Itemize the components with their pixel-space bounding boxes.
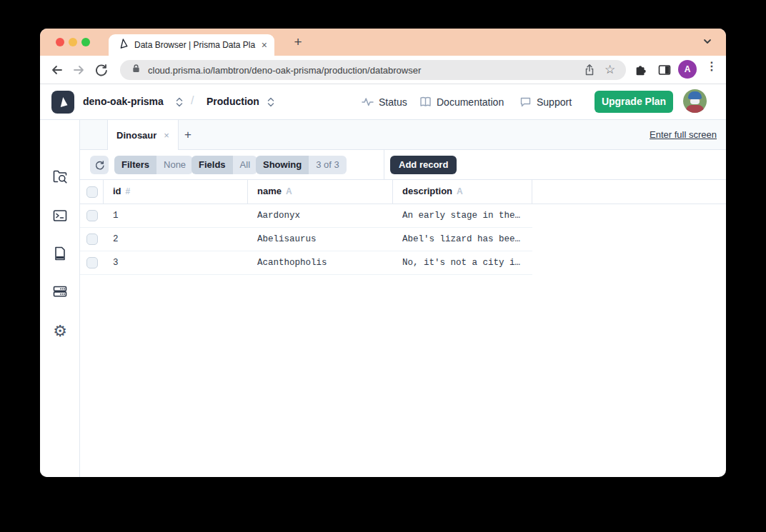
cell-name[interactable]: Abelisaurus	[257, 234, 317, 244]
environment-selector-chevrons-icon[interactable]	[267, 96, 275, 108]
filters-control[interactable]: Filters None	[114, 156, 193, 174]
close-window-button[interactable]	[56, 38, 64, 46]
fields-value: All	[233, 156, 257, 174]
side-panel-icon[interactable]	[657, 63, 672, 77]
url-bar[interactable]: cloud.prisma.io/lambtron/deno-oak-prisma…	[120, 60, 626, 80]
enter-fullscreen-link[interactable]: Enter full screen	[650, 129, 717, 140]
minimize-window-button[interactable]	[69, 38, 77, 46]
tab-close-icon[interactable]: ×	[260, 40, 269, 50]
zoom-window-button[interactable]	[81, 38, 90, 46]
url-text: cloud.prisma.io/lambtron/deno-oak-prisma…	[148, 65, 574, 76]
cell-id[interactable]: 3	[113, 258, 119, 268]
cell-id[interactable]: 2	[113, 234, 119, 244]
extensions-puzzle-icon[interactable]	[634, 63, 648, 77]
column-name: description	[402, 186, 452, 196]
support-link[interactable]: Support	[519, 96, 572, 108]
prisma-logo[interactable]	[51, 91, 74, 114]
column-header-description[interactable]: descriptionA	[402, 186, 463, 196]
fields-label: Fields	[192, 156, 233, 174]
table-row[interactable]: 1 Aardonyx An early stage in the…	[80, 204, 532, 228]
data-browser-search-icon[interactable]	[51, 168, 69, 185]
toolbar-divider	[384, 150, 384, 180]
column-type-number-icon: #	[126, 186, 131, 196]
project-selector-chevrons-icon[interactable]	[175, 96, 184, 108]
lock-icon	[131, 64, 141, 76]
environment-selector[interactable]: Production	[207, 96, 259, 107]
pulse-icon	[362, 96, 374, 108]
browser-toolbar: cloud.prisma.io/lambtron/deno-oak-prisma…	[40, 56, 726, 84]
data-toolbar: Filters None Fields All Showing 3 of 3 A…	[80, 150, 726, 180]
browser-window: Data Browser | Prisma Data Pla × +	[40, 29, 726, 477]
back-icon[interactable]	[50, 63, 64, 77]
settings-gear-icon[interactable]: ⚙	[51, 323, 69, 340]
add-model-tab-button[interactable]: +	[180, 127, 196, 143]
cell-description[interactable]: Abel's lizard has bee…	[402, 234, 529, 244]
model-tab-label: Dinosaur	[116, 130, 156, 141]
browser-tab-title: Data Browser | Prisma Data Pla	[134, 40, 260, 50]
column-header-id[interactable]: id#	[113, 186, 130, 196]
showing-control[interactable]: Showing 3 of 3	[256, 156, 347, 174]
column-type-string-icon: A	[457, 186, 463, 196]
chat-icon	[519, 96, 532, 108]
row-checkbox[interactable]	[86, 210, 98, 221]
upgrade-plan-button[interactable]: Upgrade Plan	[595, 91, 673, 113]
cell-name[interactable]: Acanthopholis	[257, 258, 327, 268]
bookmark-star-icon[interactable]: ☆	[605, 64, 617, 76]
filters-label: Filters	[114, 156, 156, 174]
column-name: id	[113, 186, 121, 196]
chrome-profile-avatar[interactable]: A	[678, 60, 697, 79]
chrome-menu-icon[interactable]: ⋮	[706, 62, 716, 78]
showing-value: 3 of 3	[309, 156, 347, 174]
select-all-checkbox[interactable]	[86, 186, 98, 198]
browser-tab[interactable]: Data Browser | Prisma Data Pla ×	[109, 34, 274, 56]
browser-tab-strip: Data Browser | Prisma Data Pla × +	[40, 29, 726, 56]
table-row[interactable]: 2 Abelisaurus Abel's lizard has bee…	[80, 228, 532, 251]
book-icon	[419, 96, 432, 108]
showing-label: Showing	[256, 156, 309, 174]
cell-description[interactable]: No, it's not a city i…	[402, 258, 529, 268]
project-selector[interactable]: deno-oak-prisma	[83, 96, 164, 107]
status-label: Status	[379, 96, 407, 108]
cell-description[interactable]: An early stage in the…	[402, 211, 529, 221]
status-link[interactable]: Status	[362, 96, 407, 108]
new-tab-button[interactable]: +	[289, 33, 307, 51]
add-record-button[interactable]: Add record	[390, 156, 457, 174]
row-checkbox[interactable]	[86, 234, 98, 245]
row-checkbox[interactable]	[86, 257, 98, 268]
cell-id[interactable]: 1	[113, 211, 119, 221]
column-header-name[interactable]: nameA	[257, 186, 292, 196]
support-label: Support	[537, 96, 572, 108]
table-row[interactable]: 3 Acanthopholis No, it's not a city i…	[80, 251, 532, 275]
documentation-link[interactable]: Documentation	[419, 96, 504, 108]
refresh-icon	[94, 160, 105, 171]
model-tab-close-icon[interactable]: ×	[164, 130, 169, 141]
reload-icon[interactable]	[94, 63, 109, 77]
column-type-string-icon: A	[286, 186, 292, 196]
prisma-favicon-icon	[117, 38, 129, 52]
forward-icon[interactable]	[71, 63, 86, 77]
schema-viewer-icon[interactable]	[51, 245, 69, 262]
sidebar: ⚙	[40, 120, 80, 477]
app-header: deno-oak-prisma / Production Status Docu…	[40, 84, 726, 120]
filters-value: None	[156, 156, 193, 174]
tab-search-chevron-icon[interactable]	[702, 36, 716, 49]
model-tab-bar: Dinosaur × + Enter full screen	[80, 120, 726, 150]
refresh-button[interactable]	[90, 156, 109, 174]
cell-name[interactable]: Aardonyx	[257, 211, 300, 221]
desktop-background: Data Browser | Prisma Data Pla × +	[0, 0, 766, 532]
query-console-icon[interactable]	[51, 207, 69, 224]
user-avatar[interactable]	[683, 89, 707, 113]
documentation-label: Documentation	[437, 96, 504, 108]
share-icon[interactable]	[583, 64, 596, 76]
model-tab-dinosaur[interactable]: Dinosaur ×	[107, 120, 179, 150]
databases-icon[interactable]	[51, 283, 69, 300]
column-name: name	[257, 186, 282, 196]
breadcrumb-separator: /	[191, 94, 194, 107]
fields-control[interactable]: Fields All	[192, 156, 257, 174]
